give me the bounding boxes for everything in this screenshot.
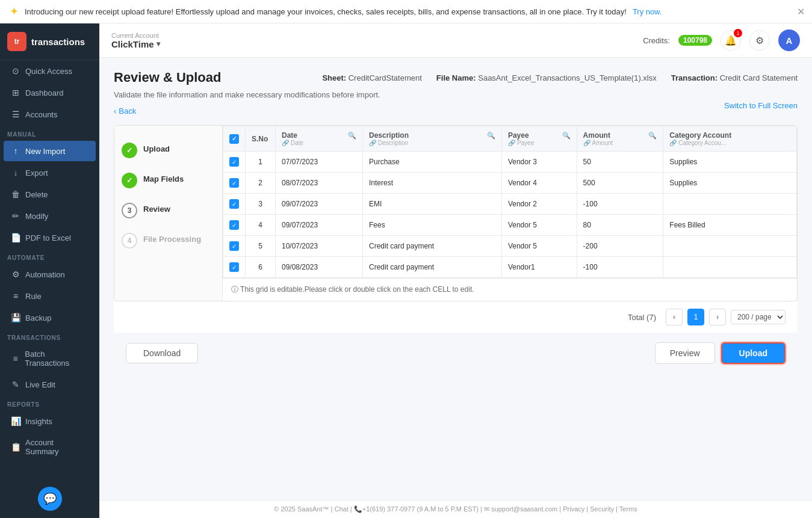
row-sno: 6 — [246, 257, 276, 278]
section-automate: AUTOMATE — [0, 248, 99, 264]
row-checkbox[interactable] — [223, 173, 246, 194]
account-name: ClickTime ▾ — [111, 39, 160, 49]
row-amount[interactable]: -200 — [577, 236, 663, 257]
row-checkbox[interactable] — [223, 257, 246, 278]
amount-filter-icon[interactable]: 🔍 — [648, 132, 657, 140]
sidebar-item-label: Accounts — [25, 110, 57, 119]
next-page-button[interactable]: › — [709, 309, 726, 325]
row-payee[interactable]: Vendor1 — [501, 257, 577, 278]
notification-button[interactable]: 🔔 1 — [721, 30, 741, 51]
row-category[interactable] — [663, 257, 797, 278]
table-row[interactable]: 4 09/07/2023 Fees Vendor 5 80 Fees Bille… — [223, 215, 797, 236]
row-sno: 3 — [246, 194, 276, 215]
sidebar-item-accounts[interactable]: ☰ Accounts — [4, 104, 96, 125]
step-review-label: Review — [143, 203, 170, 214]
select-all-header[interactable] — [223, 126, 246, 152]
banner-star-icon: ✦ — [10, 5, 19, 18]
row-category[interactable]: Fees Billed — [663, 215, 797, 236]
avatar[interactable]: A — [778, 29, 800, 51]
upload-button[interactable]: Upload — [721, 342, 786, 364]
sidebar-item-pdf-to-excel[interactable]: 📄 PDF to Excel — [4, 227, 96, 248]
row-checkbox[interactable] — [223, 236, 246, 257]
table-row[interactable]: 3 09/07/2023 EMI Vendor 2 -100 — [223, 194, 797, 215]
account-selector[interactable]: Current Account ClickTime ▾ — [111, 32, 160, 49]
category-header: Category Account 🔗Category Accou... — [663, 126, 797, 152]
banner-try-link[interactable]: Try now. — [633, 7, 662, 16]
row-checkbox[interactable] — [223, 215, 246, 236]
switch-fullscreen-link[interactable]: Switch to Full Screen — [724, 101, 798, 110]
credits-badge: 100798 — [678, 35, 712, 46]
table-row[interactable]: 5 10/07/2023 Credit card payment Vendor … — [223, 236, 797, 257]
step-map-circle: ✓ — [122, 173, 137, 188]
row-category[interactable] — [663, 194, 797, 215]
row-checkbox[interactable] — [223, 194, 246, 215]
row-date[interactable]: 10/07/2023 — [276, 236, 363, 257]
sidebar-item-rule[interactable]: ≡ Rule — [4, 286, 96, 306]
row-date[interactable]: 09/07/2023 — [276, 215, 363, 236]
download-button[interactable]: Download — [126, 343, 198, 363]
row-date[interactable]: 08/07/2023 — [276, 173, 363, 194]
row-date[interactable]: 09/08/2023 — [276, 257, 363, 278]
row-description[interactable]: Fees — [363, 215, 502, 236]
row-payee[interactable]: Vendor 4 — [501, 173, 577, 194]
desc-filter-icon[interactable]: 🔍 — [487, 132, 495, 140]
row-checkbox[interactable] — [223, 152, 246, 173]
back-link[interactable]: ‹ Back — [114, 106, 136, 116]
sidebar-item-quick-access[interactable]: ⊙ Quick Access — [4, 61, 96, 81]
row-payee[interactable]: Vendor 5 — [501, 236, 577, 257]
sidebar-item-dashboard[interactable]: ⊞ Dashboard — [4, 82, 96, 103]
prev-page-button[interactable]: ‹ — [666, 309, 683, 325]
row-category[interactable]: Supplies — [663, 173, 797, 194]
sidebar-item-live-edit[interactable]: ✎ Live Edit — [4, 374, 96, 395]
step-upload: ✓ Upload — [122, 135, 215, 165]
row-payee[interactable]: Vendor 5 — [501, 215, 577, 236]
per-page-select[interactable]: 200 / page 100 / page 50 / page — [731, 310, 786, 324]
row-description[interactable]: Credit card payment — [363, 257, 502, 278]
row-amount[interactable]: 500 — [577, 173, 663, 194]
sidebar-item-delete[interactable]: 🗑 Delete — [4, 184, 96, 205]
section-reports: REPORTS — [0, 395, 99, 410]
sidebar-item-label: Modify — [25, 212, 48, 221]
section-transactions: TRANSACTIONS — [0, 328, 99, 344]
table-row[interactable]: 2 08/07/2023 Interest Vendor 4 500 Suppl… — [223, 173, 797, 194]
preview-button[interactable]: Preview — [655, 342, 715, 364]
current-page-button[interactable]: 1 — [687, 309, 704, 325]
row-date[interactable]: 07/07/2023 — [276, 152, 363, 173]
sidebar-item-backup[interactable]: 💾 Backup — [4, 307, 96, 328]
row-category[interactable] — [663, 236, 797, 257]
row-payee[interactable]: Vendor 2 — [501, 194, 577, 215]
row-category[interactable]: Supplies — [663, 152, 797, 173]
sidebar-item-modify[interactable]: ✏ Modify — [4, 206, 96, 226]
sidebar-item-batch-transactions[interactable]: ≡ Batch Transactions — [4, 344, 96, 373]
date-filter-icon[interactable]: 🔍 — [348, 132, 356, 140]
sidebar-logo: tr transactions — [0, 23, 99, 60]
table-row[interactable]: 6 09/08/2023 Credit card payment Vendor1… — [223, 257, 797, 278]
row-description[interactable]: Purchase — [363, 152, 502, 173]
row-payee[interactable]: Vendor 3 — [501, 152, 577, 173]
payee-filter-icon[interactable]: 🔍 — [562, 132, 571, 140]
row-description[interactable]: Interest — [363, 173, 502, 194]
sidebar-item-account-summary[interactable]: 📋 Account Summary — [4, 433, 96, 461]
chat-button[interactable]: 💬 — [38, 487, 62, 511]
row-amount[interactable]: 50 — [577, 152, 663, 173]
row-amount[interactable]: -100 — [577, 257, 663, 278]
row-description[interactable]: Credit card payment — [363, 236, 502, 257]
row-amount[interactable]: 80 — [577, 215, 663, 236]
sidebar: tr transactions ⊙ Quick Access ⊞ Dashboa… — [0, 23, 99, 518]
data-table-wrapper[interactable]: S.No Date 🔍 🔗Date — [223, 126, 797, 278]
sidebar-item-insights[interactable]: 📊 Insights — [4, 411, 96, 431]
sidebar-item-automation[interactable]: ⚙ Automation — [4, 264, 96, 285]
delete-icon: 🗑 — [11, 190, 20, 199]
sidebar-item-new-import[interactable]: ↑ New Import — [4, 141, 96, 161]
row-date[interactable]: 09/07/2023 — [276, 194, 363, 215]
row-description[interactable]: EMI — [363, 194, 502, 215]
row-amount[interactable]: -100 — [577, 194, 663, 215]
steps-panel: ✓ Upload ✓ Map Fields 3 Review 4 File Pr… — [114, 126, 223, 301]
header-bar: Current Account ClickTime ▾ Credits: 100… — [99, 23, 812, 58]
settings-button[interactable]: ⚙ — [749, 30, 770, 51]
step-review-circle: 3 — [122, 203, 137, 218]
banner-close-icon[interactable]: ✕ — [797, 6, 805, 17]
step-file-processing: 4 File Processing — [122, 226, 215, 256]
sidebar-item-export[interactable]: ↓ Export — [4, 162, 96, 183]
table-row[interactable]: 1 07/07/2023 Purchase Vendor 3 50 Suppli… — [223, 152, 797, 173]
